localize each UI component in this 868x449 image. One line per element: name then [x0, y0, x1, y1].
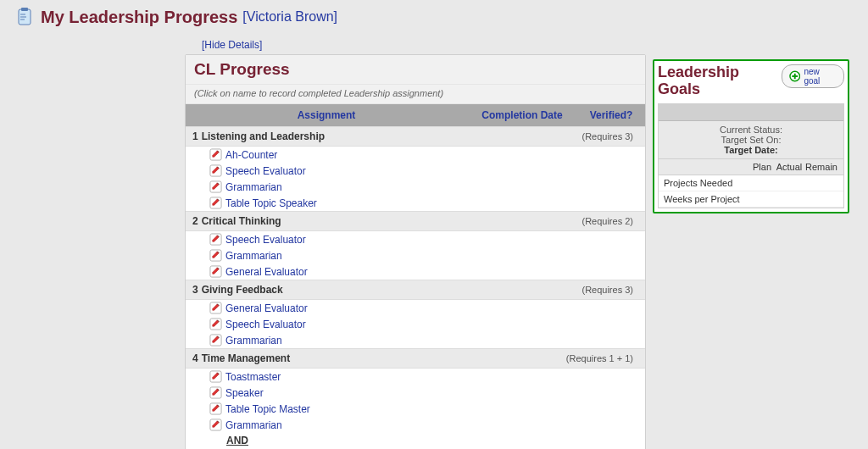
- assignment-link[interactable]: Grammarian: [225, 181, 282, 193]
- user-name: [Victoria Brown]: [242, 9, 337, 25]
- section-requirement: (Requires 3): [581, 131, 633, 141]
- edit-icon[interactable]: [209, 334, 222, 346]
- assignment-row: Speech Evaluator: [186, 163, 645, 179]
- section-requirement: (Requires 2): [581, 216, 633, 226]
- col-assignment: Assignment: [186, 104, 467, 126]
- section-row: 3 Giving Feedback (Requires 3): [186, 280, 645, 300]
- section-requirement: (Requires 1 + 1): [566, 353, 633, 363]
- section-title: Critical Thinking: [202, 215, 582, 227]
- assignment-link[interactable]: Speech Evaluator: [225, 319, 306, 330]
- assignment-row: General Evaluator: [186, 263, 645, 280]
- edit-icon[interactable]: [209, 318, 222, 330]
- cl-progress-panel: CL Progress (Click on name to record com…: [185, 54, 646, 449]
- col-remain: Remain: [803, 162, 840, 172]
- section-number: 2: [192, 215, 198, 227]
- assignment-row: Grammarian: [186, 179, 645, 195]
- assignment-row: Grammarian: [186, 332, 645, 348]
- assignment-link[interactable]: General Evaluator: [225, 302, 308, 314]
- assignment-link[interactable]: Grammarian: [225, 419, 282, 431]
- edit-icon[interactable]: [209, 197, 222, 209]
- assignment-row: Grammarian: [186, 417, 645, 433]
- section-number: 1: [192, 130, 198, 142]
- goals-row-label: Weeks per Project: [664, 194, 838, 204]
- edit-icon[interactable]: [209, 180, 222, 193]
- assignment-link[interactable]: Speaker: [225, 387, 264, 399]
- page-title: My Leadership Progress: [41, 8, 237, 27]
- table-header: Assignment Completion Date Verified?: [186, 104, 645, 126]
- col-verified: Verified?: [577, 104, 645, 126]
- svg-rect-1: [21, 8, 28, 11]
- assignment-link[interactable]: Speech Evaluator: [225, 234, 306, 246]
- assignment-link[interactable]: Speech Evaluator: [225, 165, 306, 177]
- panel-title: CL Progress: [186, 55, 645, 84]
- edit-icon[interactable]: [209, 233, 222, 246]
- leadership-goals-panel: Leadership Goals new goal Current Status…: [653, 59, 849, 213]
- section-row: 4 Time Management (Requires 1 + 1): [186, 348, 645, 369]
- goals-row: Projects Needed: [659, 175, 843, 191]
- goals-title: Leadership Goals: [658, 64, 782, 98]
- clipboard-icon: [15, 7, 36, 27]
- assignment-row: Toastmaster: [186, 369, 645, 385]
- assignment-row: Table Topic Master: [186, 401, 645, 417]
- target-date-label: Target Date:: [664, 145, 838, 155]
- assignment-link[interactable]: Grammarian: [225, 335, 282, 346]
- col-completion-date: Completion Date: [467, 104, 577, 126]
- assignment-link[interactable]: General Evaluator: [225, 266, 308, 278]
- edit-icon[interactable]: [209, 402, 222, 415]
- edit-icon[interactable]: [209, 249, 222, 262]
- page-header: My Leadership Progress [Victoria Brown]: [0, 0, 868, 30]
- section-number: 4: [192, 352, 198, 364]
- current-status-label: Current Status:: [664, 125, 838, 135]
- edit-icon[interactable]: [209, 148, 222, 161]
- panel-hint: (Click on name to record completed Leade…: [186, 84, 645, 104]
- assignment-row: Table Topic Speaker: [186, 195, 645, 211]
- section-requirement: (Requires 3): [581, 285, 633, 295]
- edit-icon[interactable]: [209, 265, 222, 278]
- goals-table-header: Plan Actual Remain: [659, 159, 843, 175]
- edit-icon[interactable]: [209, 419, 222, 431]
- assignment-row: Grammarian: [186, 247, 645, 263]
- new-goal-label: new goal: [804, 67, 837, 86]
- col-plan: Plan: [748, 162, 776, 172]
- edit-icon[interactable]: [209, 302, 222, 314]
- hide-details-link[interactable]: [Hide Details]: [202, 39, 868, 51]
- assignment-link[interactable]: Table Topic Speaker: [225, 197, 317, 209]
- assignment-link[interactable]: Ah-Counter: [225, 149, 277, 161]
- section-row: 2 Critical Thinking (Requires 2): [186, 211, 645, 231]
- edit-icon[interactable]: [209, 370, 222, 383]
- section-title: Giving Feedback: [202, 284, 582, 296]
- assignment-row: Speech Evaluator: [186, 231, 645, 247]
- and-separator: AND: [186, 433, 645, 448]
- goals-row-label: Projects Needed: [664, 178, 838, 188]
- assignment-row: Ah-Counter: [186, 147, 645, 163]
- assignment-row: Speech Evaluator: [186, 316, 645, 332]
- target-set-label: Target Set On:: [664, 135, 838, 145]
- assignment-link[interactable]: Grammarian: [225, 250, 282, 262]
- goals-row: Weeks per Project: [659, 191, 843, 208]
- edit-icon[interactable]: [209, 386, 222, 399]
- section-number: 3: [192, 284, 198, 296]
- col-actual: Actual: [776, 162, 803, 172]
- goals-status: Current Status: Target Set On: Target Da…: [659, 121, 843, 159]
- new-goal-button[interactable]: new goal: [782, 64, 844, 88]
- assignment-link[interactable]: Table Topic Master: [225, 403, 310, 415]
- assignment-link[interactable]: Toastmaster: [225, 371, 281, 383]
- edit-icon[interactable]: [209, 164, 222, 177]
- section-title: Time Management: [202, 352, 566, 364]
- assignment-row: Speaker: [186, 385, 645, 401]
- goals-subheader: [659, 104, 843, 121]
- assignment-row: General Evaluator: [186, 300, 645, 316]
- section-row: 1 Listening and Leadership (Requires 3): [186, 126, 645, 147]
- section-title: Listening and Leadership: [202, 130, 582, 142]
